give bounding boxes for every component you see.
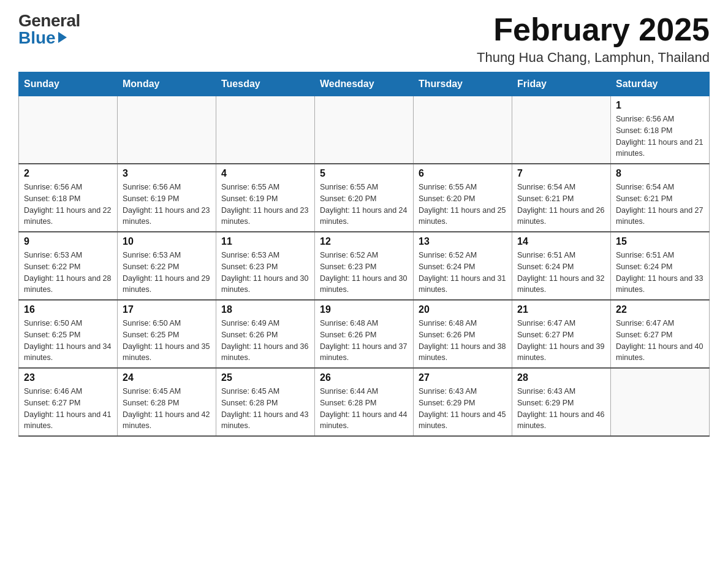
day-number: 8 — [616, 168, 704, 179]
day-number: 20 — [419, 304, 507, 315]
day-number: 24 — [123, 372, 211, 383]
calendar-cell — [611, 368, 710, 436]
calendar-cell: 6Sunrise: 6:55 AM Sunset: 6:20 PM Daylig… — [414, 164, 512, 232]
day-number: 28 — [517, 372, 605, 383]
calendar-cell — [512, 96, 611, 164]
calendar-cell: 28Sunrise: 6:43 AM Sunset: 6:29 PM Dayli… — [512, 368, 611, 436]
day-number: 4 — [221, 168, 309, 179]
calendar-day-header: Thursday — [414, 72, 512, 96]
day-number: 25 — [221, 372, 309, 383]
calendar-cell: 11Sunrise: 6:53 AM Sunset: 6:23 PM Dayli… — [216, 232, 315, 300]
day-info: Sunrise: 6:56 AM Sunset: 6:18 PM Dayligh… — [616, 113, 704, 159]
calendar-cell: 3Sunrise: 6:56 AM Sunset: 6:19 PM Daylig… — [118, 164, 216, 232]
day-info: Sunrise: 6:53 AM Sunset: 6:22 PM Dayligh… — [24, 250, 112, 296]
day-number: 1 — [616, 100, 704, 111]
day-number: 26 — [320, 372, 408, 383]
calendar-cell: 24Sunrise: 6:45 AM Sunset: 6:28 PM Dayli… — [118, 368, 216, 436]
calendar-day-header: Tuesday — [216, 72, 315, 96]
calendar-cell: 22Sunrise: 6:47 AM Sunset: 6:27 PM Dayli… — [611, 300, 710, 368]
logo-blue-text: Blue — [18, 29, 67, 47]
day-info: Sunrise: 6:49 AM Sunset: 6:26 PM Dayligh… — [221, 318, 309, 364]
calendar-cell: 9Sunrise: 6:53 AM Sunset: 6:22 PM Daylig… — [19, 232, 118, 300]
calendar-cell: 14Sunrise: 6:51 AM Sunset: 6:24 PM Dayli… — [512, 232, 611, 300]
day-number: 15 — [616, 236, 704, 247]
day-info: Sunrise: 6:52 AM Sunset: 6:24 PM Dayligh… — [419, 250, 507, 296]
day-info: Sunrise: 6:46 AM Sunset: 6:27 PM Dayligh… — [24, 386, 112, 432]
calendar-cell: 23Sunrise: 6:46 AM Sunset: 6:27 PM Dayli… — [19, 368, 118, 436]
day-info: Sunrise: 6:54 AM Sunset: 6:21 PM Dayligh… — [616, 182, 704, 228]
calendar-cell: 18Sunrise: 6:49 AM Sunset: 6:26 PM Dayli… — [216, 300, 315, 368]
day-info: Sunrise: 6:51 AM Sunset: 6:24 PM Dayligh… — [616, 250, 704, 296]
day-number: 21 — [517, 304, 605, 315]
day-info: Sunrise: 6:56 AM Sunset: 6:19 PM Dayligh… — [123, 182, 211, 228]
calendar-week-row: 2Sunrise: 6:56 AM Sunset: 6:18 PM Daylig… — [19, 164, 710, 232]
day-number: 9 — [24, 236, 112, 247]
day-number: 18 — [221, 304, 309, 315]
calendar-week-row: 16Sunrise: 6:50 AM Sunset: 6:25 PM Dayli… — [19, 300, 710, 368]
calendar-cell: 13Sunrise: 6:52 AM Sunset: 6:24 PM Dayli… — [414, 232, 512, 300]
day-number: 16 — [24, 304, 112, 315]
calendar-cell: 25Sunrise: 6:45 AM Sunset: 6:28 PM Dayli… — [216, 368, 315, 436]
calendar-cell: 15Sunrise: 6:51 AM Sunset: 6:24 PM Dayli… — [611, 232, 710, 300]
day-info: Sunrise: 6:45 AM Sunset: 6:28 PM Dayligh… — [123, 386, 211, 432]
logo: General Blue — [18, 12, 80, 47]
day-info: Sunrise: 6:53 AM Sunset: 6:23 PM Dayligh… — [221, 250, 309, 296]
calendar-cell: 2Sunrise: 6:56 AM Sunset: 6:18 PM Daylig… — [19, 164, 118, 232]
month-title: February 2025 — [477, 12, 710, 47]
day-info: Sunrise: 6:44 AM Sunset: 6:28 PM Dayligh… — [320, 386, 408, 432]
day-number: 13 — [419, 236, 507, 247]
day-number: 2 — [24, 168, 112, 179]
day-info: Sunrise: 6:50 AM Sunset: 6:25 PM Dayligh… — [24, 318, 112, 364]
calendar-cell — [19, 96, 118, 164]
calendar-cell — [315, 96, 414, 164]
day-number: 27 — [419, 372, 507, 383]
day-info: Sunrise: 6:54 AM Sunset: 6:21 PM Dayligh… — [517, 182, 605, 228]
calendar-day-header: Saturday — [611, 72, 710, 96]
day-number: 14 — [517, 236, 605, 247]
location-title: Thung Hua Chang, Lamphun, Thailand — [477, 50, 710, 66]
calendar-cell — [118, 96, 216, 164]
logo-arrow-icon — [58, 32, 67, 43]
calendar-cell: 27Sunrise: 6:43 AM Sunset: 6:29 PM Dayli… — [414, 368, 512, 436]
calendar-cell — [216, 96, 315, 164]
day-info: Sunrise: 6:55 AM Sunset: 6:19 PM Dayligh… — [221, 182, 309, 228]
day-number: 7 — [517, 168, 605, 179]
calendar-cell: 16Sunrise: 6:50 AM Sunset: 6:25 PM Dayli… — [19, 300, 118, 368]
calendar-cell: 21Sunrise: 6:47 AM Sunset: 6:27 PM Dayli… — [512, 300, 611, 368]
day-number: 6 — [419, 168, 507, 179]
title-block: February 2025 Thung Hua Chang, Lamphun, … — [477, 12, 710, 66]
day-number: 23 — [24, 372, 112, 383]
logo-general-text: General — [18, 12, 80, 29]
day-info: Sunrise: 6:43 AM Sunset: 6:29 PM Dayligh… — [517, 386, 605, 432]
day-info: Sunrise: 6:45 AM Sunset: 6:28 PM Dayligh… — [221, 386, 309, 432]
day-info: Sunrise: 6:48 AM Sunset: 6:26 PM Dayligh… — [419, 318, 507, 364]
day-number: 12 — [320, 236, 408, 247]
day-number: 10 — [123, 236, 211, 247]
calendar-cell — [414, 96, 512, 164]
calendar-cell: 5Sunrise: 6:55 AM Sunset: 6:20 PM Daylig… — [315, 164, 414, 232]
calendar-cell: 1Sunrise: 6:56 AM Sunset: 6:18 PM Daylig… — [611, 96, 710, 164]
calendar-header-row: SundayMondayTuesdayWednesdayThursdayFrid… — [19, 72, 710, 96]
calendar-week-row: 23Sunrise: 6:46 AM Sunset: 6:27 PM Dayli… — [19, 368, 710, 436]
day-info: Sunrise: 6:47 AM Sunset: 6:27 PM Dayligh… — [517, 318, 605, 364]
day-number: 19 — [320, 304, 408, 315]
day-info: Sunrise: 6:47 AM Sunset: 6:27 PM Dayligh… — [616, 318, 704, 364]
calendar-cell: 17Sunrise: 6:50 AM Sunset: 6:25 PM Dayli… — [118, 300, 216, 368]
page-header: General Blue February 2025 Thung Hua Cha… — [18, 12, 710, 66]
day-number: 11 — [221, 236, 309, 247]
calendar-day-header: Monday — [118, 72, 216, 96]
day-info: Sunrise: 6:48 AM Sunset: 6:26 PM Dayligh… — [320, 318, 408, 364]
calendar-day-header: Friday — [512, 72, 611, 96]
day-info: Sunrise: 6:56 AM Sunset: 6:18 PM Dayligh… — [24, 182, 112, 228]
day-info: Sunrise: 6:51 AM Sunset: 6:24 PM Dayligh… — [517, 250, 605, 296]
calendar-cell: 4Sunrise: 6:55 AM Sunset: 6:19 PM Daylig… — [216, 164, 315, 232]
day-number: 5 — [320, 168, 408, 179]
day-number: 17 — [123, 304, 211, 315]
calendar-week-row: 1Sunrise: 6:56 AM Sunset: 6:18 PM Daylig… — [19, 96, 710, 164]
day-info: Sunrise: 6:50 AM Sunset: 6:25 PM Dayligh… — [123, 318, 211, 364]
day-number: 22 — [616, 304, 704, 315]
calendar-cell: 8Sunrise: 6:54 AM Sunset: 6:21 PM Daylig… — [611, 164, 710, 232]
day-info: Sunrise: 6:55 AM Sunset: 6:20 PM Dayligh… — [320, 182, 408, 228]
calendar-week-row: 9Sunrise: 6:53 AM Sunset: 6:22 PM Daylig… — [19, 232, 710, 300]
day-info: Sunrise: 6:55 AM Sunset: 6:20 PM Dayligh… — [419, 182, 507, 228]
